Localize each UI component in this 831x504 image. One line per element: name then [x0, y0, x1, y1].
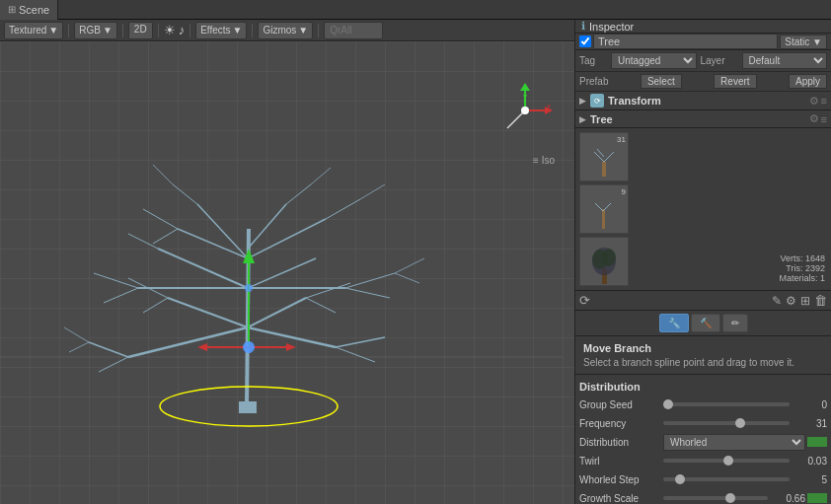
refresh-icon[interactable]: ⟳: [579, 293, 590, 308]
growth-scale-label: Growth Scale: [579, 493, 663, 504]
frequency-slider[interactable]: [663, 421, 790, 425]
svg-line-14: [89, 342, 128, 357]
tool3-button[interactable]: ✏: [722, 314, 748, 332]
svg-line-62: [595, 203, 603, 211]
edit-icon[interactable]: ✎: [772, 294, 782, 308]
tris-stat: Tris: 2392: [779, 263, 825, 273]
svg-line-21: [306, 298, 336, 313]
move-branch-title: Move Branch: [583, 342, 823, 354]
apply-button[interactable]: Apply: [789, 74, 827, 89]
svg-line-34: [395, 258, 424, 273]
svg-line-27: [153, 229, 178, 244]
twirl-slider[interactable]: [663, 459, 790, 463]
tree-thumb-3[interactable]: [579, 237, 629, 286]
toolbar-sep-2: [122, 24, 123, 37]
svg-point-56: [521, 107, 529, 114]
svg-marker-42: [286, 343, 296, 351]
svg-line-18: [336, 337, 385, 347]
materials-stat: Materials: 1: [779, 273, 825, 283]
textured-dropdown[interactable]: Textured ▼: [4, 22, 63, 39]
tool2-button[interactable]: 🔨: [691, 314, 720, 332]
iso-label: ≡ Iso: [533, 155, 555, 166]
scene-canvas: y x ≡ Iso: [0, 41, 574, 504]
lighting-icon[interactable]: ☀: [164, 23, 176, 37]
svg-point-45: [243, 341, 255, 353]
tree-thumb-2[interactable]: 9: [579, 184, 629, 234]
rgb-dropdown[interactable]: RGB ▼: [74, 22, 117, 39]
settings-icon[interactable]: ⚙: [786, 294, 796, 308]
twirl-label: Twirl: [579, 456, 663, 467]
twirl-value: 0.03: [790, 456, 827, 467]
tree-component-label: Tree: [590, 113, 807, 125]
transform-menu-icon[interactable]: ≡: [821, 95, 827, 107]
whorled-step-slider[interactable]: [663, 477, 790, 481]
select-button[interactable]: Select: [641, 74, 682, 89]
svg-line-59: [604, 152, 614, 162]
svg-line-58: [594, 152, 604, 162]
frequency-slider-wrap: [663, 418, 790, 428]
svg-line-9: [248, 258, 316, 288]
search-input[interactable]: [324, 22, 383, 39]
distribution-select[interactable]: Whorled Random Alternate: [663, 434, 805, 451]
thumb1-svg: [589, 137, 619, 177]
transform-section-header[interactable]: ▶ ⟳ Transform ⚙ ≡: [575, 92, 831, 110]
thumb2-badge: 9: [622, 187, 626, 196]
growth-scale-value: 0.66: [768, 493, 805, 504]
growth-scale-slider[interactable]: [663, 496, 768, 500]
tree-settings-icon[interactable]: ⚙: [809, 112, 819, 125]
svg-line-17: [143, 298, 168, 313]
toolbar-sep-5: [252, 24, 253, 37]
layer-select[interactable]: Default: [742, 52, 828, 69]
object-active-checkbox[interactable]: [579, 36, 591, 47]
group-seed-slider[interactable]: [663, 402, 790, 406]
svg-text:x: x: [547, 102, 551, 110]
whorled-step-label: Whorled Step: [579, 474, 663, 485]
move-branch-desc: Select a branch spline point and drag to…: [583, 357, 823, 368]
tree-menu-icon[interactable]: ≡: [821, 113, 827, 125]
svg-line-37: [153, 165, 173, 184]
audio-icon[interactable]: ♪: [179, 23, 186, 37]
transform-settings-icon[interactable]: ⚙: [809, 95, 819, 108]
move-branch-button[interactable]: 🔧: [659, 314, 689, 332]
svg-text:y: y: [523, 92, 527, 101]
svg-line-4: [248, 327, 336, 347]
toolbar-sep-4: [189, 24, 190, 37]
svg-rect-48: [239, 401, 257, 413]
object-name-input[interactable]: [593, 34, 778, 49]
tree-thumb-1[interactable]: 31: [579, 132, 629, 181]
grid-background: y x ≡ Iso: [0, 41, 574, 504]
scene-tab-label: Scene: [19, 4, 49, 16]
toolbar-sep-3: [158, 24, 159, 37]
transform-arrow: ▶: [579, 96, 586, 106]
tag-select[interactable]: Untagged: [611, 52, 697, 69]
main-layout: Textured ▼ RGB ▼ 2D ☀ ♪ Effects ▼ Gizmos…: [0, 20, 831, 504]
svg-line-11: [248, 219, 326, 258]
distribution-label: Distribution: [579, 437, 663, 448]
scene-tab[interactable]: ⊞ Scene: [0, 0, 58, 20]
gizmos-dropdown[interactable]: Gizmos ▼: [258, 22, 313, 39]
toolbar-sep-6: [318, 24, 319, 37]
tree-component-header[interactable]: ▶ Tree ⚙ ≡: [575, 110, 831, 128]
verts-stat: Verts: 1648: [779, 253, 825, 263]
static-dropdown[interactable]: Static ▼: [780, 35, 827, 49]
distribution-title: Distribution: [579, 379, 827, 396]
distribution-row: Distribution Whorled Random Alternate: [579, 434, 827, 450]
tree-svg: [0, 51, 563, 475]
window-tabs: ⊞ Scene: [0, 0, 831, 20]
svg-line-32: [64, 327, 89, 342]
component-toolbar: ⟳ ✎ ⚙ ⊞ 🗑: [575, 291, 831, 311]
effects-dropdown[interactable]: Effects ▼: [195, 22, 247, 39]
inspector-header: ℹ Inspector: [575, 20, 831, 34]
2d-button[interactable]: 2D: [128, 22, 153, 39]
delete-icon[interactable]: 🗑: [814, 293, 827, 308]
scene-view: Textured ▼ RGB ▼ 2D ☀ ♪ Effects ▼ Gizmos…: [0, 20, 574, 504]
copy-icon[interactable]: ⊞: [800, 294, 810, 308]
svg-line-35: [395, 273, 419, 283]
tree-arrow: ▶: [579, 114, 586, 124]
svg-marker-40: [197, 343, 207, 351]
growth-scale-row: Growth Scale 0.66: [579, 490, 827, 504]
twirl-row: Twirl 0.03: [579, 453, 827, 468]
whorled-step-row: Whorled Step 5: [579, 471, 827, 487]
svg-line-3: [168, 298, 248, 327]
revert-button[interactable]: Revert: [714, 74, 756, 89]
